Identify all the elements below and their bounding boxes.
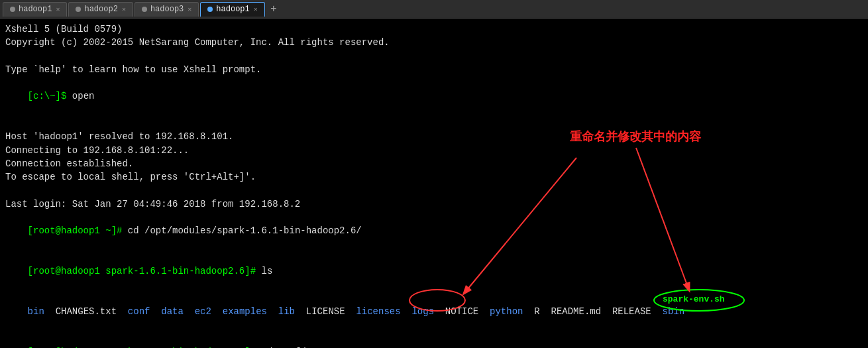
ls-sbin: sbin bbox=[663, 306, 685, 317]
blank2 bbox=[5, 117, 863, 130]
tab-bar: hadoop1 ✕ hadoop2 ✕ hadoop3 ✕ hadoop1 ✕ … bbox=[0, 0, 868, 19]
tab-label: hadoop3 bbox=[150, 5, 184, 14]
cmd3-line: [root@hadoop1 spark-1.6.1-bin-hadoop2.6]… bbox=[5, 332, 863, 348]
conn-line1: Host 'hadoop1' resolved to 192.168.8.101… bbox=[5, 130, 863, 143]
prompt1: [c:\~]$ bbox=[28, 91, 67, 101]
ls-readme: R README.md RELEASE bbox=[523, 306, 662, 317]
last-login: Last login: Sat Jan 27 04:49:46 2018 fro… bbox=[5, 198, 863, 211]
ls-license: LICENSE bbox=[295, 306, 356, 317]
tab-dot bbox=[76, 7, 81, 12]
terminal: Xshell 5 (Build 0579) Copyright (c) 2002… bbox=[0, 19, 868, 348]
cmd2-line: [root@hadoop1 spark-1.6.1-bin-hadoop2.6]… bbox=[5, 251, 863, 292]
tab-label: hadoop1 bbox=[19, 5, 52, 14]
tab-hadoop1-active[interactable]: hadoop1 ✕ bbox=[200, 2, 264, 17]
ls-changes: CHANGES.txt bbox=[44, 306, 128, 317]
cmd2-prompt: [root@hadoop1 spark-1.6.1-bin-hadoop2.6]… bbox=[28, 266, 256, 276]
tab-dot-active bbox=[207, 7, 213, 12]
ls-notice: NOTICE bbox=[434, 306, 490, 317]
tab-label-active: hadoop1 bbox=[216, 5, 249, 14]
tab-add-button[interactable]: + bbox=[266, 2, 281, 17]
ls-sp3 bbox=[184, 306, 195, 317]
tab-close[interactable]: ✕ bbox=[56, 5, 60, 13]
header-line4: Type `help' to learn how to use Xshell p… bbox=[5, 63, 863, 76]
cmd1-text: cd /opt/modules/spark-1.6.1-bin-hadoop2.… bbox=[122, 225, 361, 236]
ls-logs: logs bbox=[411, 306, 434, 317]
ls-sp4 bbox=[211, 306, 223, 317]
ls-lib: lib bbox=[278, 306, 295, 317]
tab-dot bbox=[10, 7, 15, 12]
ls-data: data bbox=[161, 306, 184, 317]
tab-close-active[interactable]: ✕ bbox=[254, 5, 258, 13]
ls-bin: bin bbox=[28, 306, 44, 317]
tab-hadoop2[interactable]: hadoop2 ✕ bbox=[68, 2, 133, 17]
prompt-open: [c:\~]$ open bbox=[5, 76, 863, 117]
ls-sp5 bbox=[267, 306, 278, 317]
ls-ec2: ec2 bbox=[195, 306, 211, 317]
ls-python: python bbox=[490, 306, 523, 317]
tab-dot bbox=[142, 7, 147, 12]
cmd2-text: ls bbox=[256, 266, 272, 276]
ls-output: bin CHANGES.txt conf data ec2 examples l… bbox=[5, 292, 863, 332]
header-line2: Copyright (c) 2002-2015 NetSarang Comput… bbox=[5, 36, 863, 49]
ls-examples: examples bbox=[223, 306, 267, 317]
tab-label: hadoop2 bbox=[84, 5, 117, 14]
tab-close[interactable]: ✕ bbox=[122, 5, 126, 13]
ls-sp7 bbox=[401, 306, 412, 317]
conn-line3: Connection established. bbox=[5, 157, 863, 170]
tab-hadoop3[interactable]: hadoop3 ✕ bbox=[135, 2, 199, 17]
conn-line2: Connecting to 192.168.8.101:22... bbox=[5, 144, 863, 157]
tab-hadoop1-first[interactable]: hadoop1 ✕ bbox=[3, 2, 67, 17]
cmd1-prompt: [root@hadoop1 ~]# bbox=[28, 225, 123, 236]
header-line1: Xshell 5 (Build 0579) bbox=[5, 23, 863, 36]
blank3 bbox=[5, 184, 863, 198]
cmd1: open bbox=[66, 91, 94, 101]
ls-licenses: licenses bbox=[356, 306, 400, 317]
cmd1-line: [root@hadoop1 ~]# cd /opt/modules/spark-… bbox=[5, 211, 863, 251]
tab-close[interactable]: ✕ bbox=[188, 5, 191, 13]
ls-sp2 bbox=[150, 306, 161, 317]
conn-line4: To escape to local shell, press 'Ctrl+Al… bbox=[5, 170, 863, 184]
blank1 bbox=[5, 50, 863, 63]
ls-conf: conf bbox=[128, 306, 150, 317]
